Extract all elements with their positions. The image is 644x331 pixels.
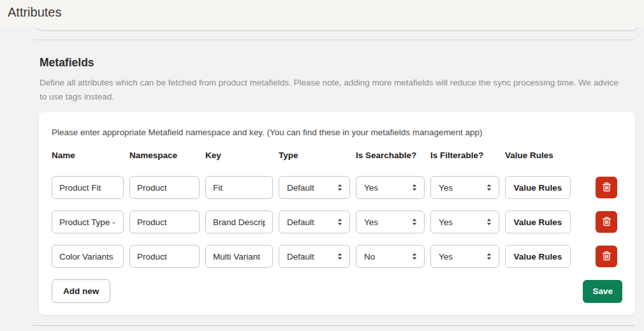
type-select-value: Default	[287, 183, 314, 193]
column-header-is-filterable: Is Filterable?	[430, 151, 499, 161]
key-input[interactable]	[205, 210, 273, 233]
name-input[interactable]	[52, 176, 124, 199]
trash-icon	[602, 182, 611, 194]
is-searchable-select-value: Yes	[364, 217, 378, 227]
delete-row-button[interactable]	[596, 246, 617, 267]
up-down-caret-icon	[411, 253, 418, 260]
up-down-caret-icon	[486, 253, 492, 260]
is-searchable-select-value: No	[364, 252, 375, 261]
save-button[interactable]: Save	[583, 280, 622, 303]
card-footer: Add new Save	[52, 279, 622, 303]
name-input[interactable]	[52, 210, 124, 233]
card-instruction: Please enter appropriate Metafield names…	[52, 128, 622, 138]
up-down-caret-icon	[411, 218, 418, 226]
namespace-input[interactable]	[129, 210, 200, 233]
delete-row-button[interactable]	[596, 211, 617, 233]
is-searchable-select[interactable]: No	[356, 245, 425, 268]
is-filterable-select-value: Yes	[439, 183, 453, 193]
column-header-type: Type	[279, 151, 350, 161]
section-divider-top	[33, 40, 634, 40]
is-searchable-select[interactable]: Yes	[356, 210, 425, 233]
namespace-input[interactable]	[129, 176, 200, 199]
up-down-caret-icon	[337, 184, 343, 191]
type-select[interactable]: Default	[279, 176, 350, 199]
is-filterable-select-value: Yes	[439, 252, 453, 261]
metafields-description: Define all attributes which can be fetch…	[40, 76, 621, 103]
value-rules-button[interactable]: Value Rules	[505, 245, 571, 268]
type-select-value: Default	[287, 252, 314, 261]
value-rules-button[interactable]: Value Rules	[505, 210, 571, 233]
up-down-caret-icon	[486, 184, 492, 191]
namespace-input[interactable]	[129, 245, 200, 268]
column-header-name: Name	[52, 151, 124, 161]
top-bar: Attributes	[0, 0, 644, 27]
column-header-row: Name Namespace Key Type Is Searchable? I…	[52, 151, 622, 161]
trash-icon	[602, 251, 611, 263]
metafields-card: Please enter appropriate Metafield names…	[39, 112, 635, 315]
metafield-row: Default Yes Yes Value Rules	[52, 176, 622, 199]
is-filterable-select[interactable]: Yes	[430, 245, 499, 268]
delete-row-button[interactable]	[596, 177, 617, 198]
metafield-row: Default Yes Yes Value Rules	[52, 210, 622, 233]
section-divider-bottom	[33, 325, 634, 326]
is-filterable-select-value: Yes	[439, 217, 453, 227]
metafields-heading: Metafields	[40, 56, 94, 70]
up-down-caret-icon	[486, 218, 492, 226]
type-select[interactable]: Default	[279, 245, 350, 268]
is-searchable-select[interactable]: Yes	[356, 176, 425, 199]
column-header-namespace: Namespace	[129, 151, 200, 161]
is-filterable-select[interactable]: Yes	[430, 210, 499, 233]
column-header-value-rules: Value Rules	[505, 151, 571, 161]
type-select-value: Default	[287, 217, 314, 227]
up-down-caret-icon	[411, 184, 418, 191]
add-new-button[interactable]: Add new	[52, 279, 110, 303]
column-header-key: Key	[205, 151, 273, 161]
value-rules-button[interactable]: Value Rules	[505, 176, 571, 199]
is-filterable-select[interactable]: Yes	[430, 176, 499, 199]
key-input[interactable]	[205, 176, 273, 199]
up-down-caret-icon	[337, 218, 343, 226]
type-select[interactable]: Default	[279, 210, 350, 233]
trash-icon	[602, 216, 611, 228]
page-title: Attributes	[0, 0, 644, 20]
key-input[interactable]	[205, 245, 273, 268]
up-down-caret-icon	[337, 253, 343, 260]
name-input[interactable]	[52, 245, 124, 268]
metafield-row: Default No Yes Value Rules	[52, 245, 622, 268]
is-searchable-select-value: Yes	[364, 183, 378, 193]
column-header-is-searchable: Is Searchable?	[356, 151, 425, 161]
